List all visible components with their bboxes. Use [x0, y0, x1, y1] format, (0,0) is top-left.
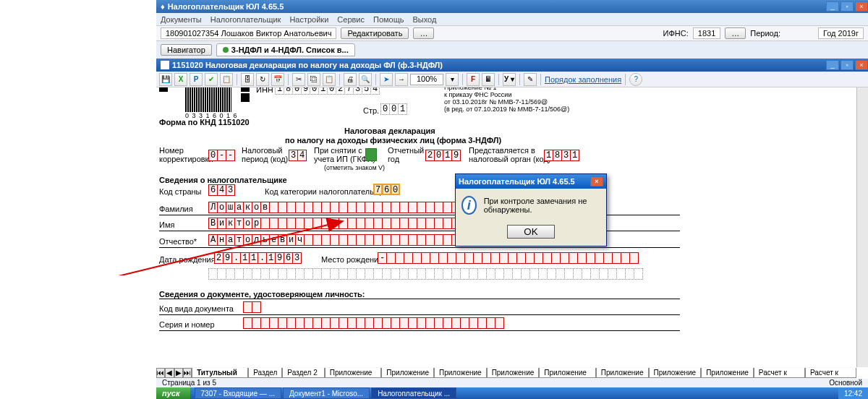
- zoom-dropdown[interactable]: ▾: [446, 73, 459, 86]
- pob-cells[interactable]: -: [378, 252, 638, 264]
- sheet-tab[interactable]: Приложение 5 (1): [539, 368, 596, 378]
- sheet-tab[interactable]: Расчет к прил.5: [805, 368, 856, 378]
- fill-order-link[interactable]: Порядок заполнения: [545, 75, 621, 84]
- tab-nav-next[interactable]: ▶: [174, 368, 183, 378]
- sheet-tab[interactable]: Приложение 6: [596, 368, 649, 378]
- dialog-titlebar[interactable]: Налогоплательщик ЮЛ 4.65.5 ×: [456, 174, 606, 189]
- im-label: Имя: [159, 220, 174, 229]
- doc-titlebar: 1151020 Налоговая декларация по налогу н…: [156, 59, 868, 72]
- tab-nav-prev[interactable]: ◀: [165, 368, 174, 378]
- organ-label: Представляется в налоговый орган (код): [469, 146, 551, 163]
- doc-max-button[interactable]: ▫: [841, 60, 854, 70]
- sheet-tab[interactable]: Раздел 2 (1): [282, 368, 324, 378]
- period-label: Период:: [750, 29, 780, 38]
- cat-cells[interactable]: 760: [373, 184, 399, 195]
- tool-copy-icon[interactable]: ⿻: [307, 73, 320, 86]
- menu-settings[interactable]: Настройки: [289, 15, 328, 24]
- sheet-tab[interactable]: Приложение 3: [434, 368, 487, 378]
- sheet-tab[interactable]: Приложение 7: [649, 368, 702, 378]
- sn-cells[interactable]: [243, 317, 503, 329]
- menu-service[interactable]: Сервис: [337, 15, 365, 24]
- inn-cells[interactable]: 180901027354: [275, 87, 379, 95]
- pob-cells-2[interactable]: [208, 268, 642, 280]
- menu-exit[interactable]: Выход: [413, 15, 437, 24]
- tool-excel-icon[interactable]: X: [174, 73, 187, 86]
- tool-help-icon[interactable]: ?: [629, 73, 642, 86]
- page-cells: 001: [380, 103, 407, 115]
- task-item[interactable]: 7307 - Входящие — ...: [195, 387, 281, 399]
- doc-min-button[interactable]: _: [826, 60, 839, 70]
- otch-name-label: Отчество*: [159, 237, 197, 246]
- dialog-ok-button[interactable]: OK: [507, 225, 554, 239]
- tab-nav-first[interactable]: ⏮: [156, 368, 165, 378]
- page-label: Стр.: [363, 106, 379, 115]
- country-cells[interactable]: 643: [208, 184, 234, 196]
- otchgod-label: Отчетный год: [388, 146, 424, 163]
- menubar: Документы Налогоплательщик Настройки Сер…: [156, 13, 868, 25]
- tool-preview-icon[interactable]: 🔍: [359, 73, 372, 86]
- sheet-tab[interactable]: Приложение 1 (1): [325, 368, 382, 378]
- sheet-tab[interactable]: Раздел 1: [248, 368, 282, 378]
- tool-calc-icon[interactable]: 🖩: [482, 73, 495, 86]
- sheet-tab[interactable]: Приложение 2: [381, 368, 434, 378]
- edit-button[interactable]: Редактировать: [341, 27, 409, 39]
- doc-close-button[interactable]: ×: [855, 60, 868, 70]
- tool-goto-icon[interactable]: →: [395, 73, 408, 86]
- year-value: Год 2019г: [818, 27, 864, 39]
- navigator-button[interactable]: Навигатор: [161, 44, 212, 56]
- pob-label: Место рождения: [321, 255, 383, 264]
- zoom-input[interactable]: 100%: [410, 74, 443, 85]
- document-tab[interactable]: 3-НДФЛ и 4-НДФЛ. Список в...: [216, 43, 355, 56]
- vertical-scrollbar[interactable]: [856, 87, 868, 367]
- sheet-tab[interactable]: Расчет к прил.1: [754, 368, 805, 378]
- dob-cells[interactable]: 29.11.1963: [214, 252, 301, 264]
- otmet-label: (отметить знаком V): [324, 164, 385, 171]
- tool-db-icon[interactable]: 🗄: [241, 73, 254, 86]
- tool-form-icon[interactable]: 📋: [220, 73, 233, 86]
- tool-print-icon[interactable]: 🖨: [344, 73, 357, 86]
- task-item[interactable]: Налогоплательщик ...: [371, 387, 456, 399]
- ifns-ellipsis[interactable]: …: [725, 27, 746, 39]
- sheet-tab[interactable]: Приложение 4: [487, 368, 540, 378]
- organ-cells[interactable]: 1831: [544, 150, 579, 161]
- tool-u-icon[interactable]: У ▾: [503, 73, 516, 86]
- menu-taxpayer[interactable]: Налогоплательщик: [210, 15, 281, 24]
- barcode: [185, 87, 231, 112]
- statusbar: Страница 1 из 5 Основной: [156, 379, 868, 387]
- ellipsis-button[interactable]: …: [413, 27, 434, 39]
- dialog-close-button[interactable]: ×: [590, 176, 603, 186]
- tool-f-icon[interactable]: F: [467, 73, 480, 86]
- tool-p-icon[interactable]: P: [190, 73, 203, 86]
- message-dialog: Налогоплательщик ЮЛ 4.65.5 × i При контр…: [455, 173, 607, 246]
- knd-label: Форма по КНД 1151020: [159, 118, 250, 126]
- close-button[interactable]: ×: [855, 1, 868, 12]
- info-icon: i: [461, 196, 477, 215]
- tool-paste-icon[interactable]: 📋: [323, 73, 336, 86]
- tool-wand-icon[interactable]: ✎: [524, 73, 537, 86]
- snyat-check[interactable]: [365, 148, 376, 161]
- minimize-button[interactable]: _: [826, 1, 839, 12]
- nalperiod-label: Налоговый период (код): [242, 146, 288, 163]
- mode-status: Основной: [829, 379, 862, 387]
- tray[interactable]: 12:42: [838, 387, 868, 399]
- dvid-cells[interactable]: [243, 301, 260, 313]
- menu-documents[interactable]: Документы: [161, 15, 202, 24]
- tab-nav-last[interactable]: ⏭: [183, 368, 192, 378]
- maximize-button[interactable]: ▫: [841, 1, 854, 12]
- korr-cells[interactable]: 0--: [208, 150, 234, 161]
- tool-save-icon[interactable]: 💾: [159, 73, 172, 86]
- otchgod-cells[interactable]: 2019: [425, 150, 460, 161]
- nalperiod-cells[interactable]: 34: [289, 150, 306, 161]
- tool-calendar-icon[interactable]: 📅: [271, 73, 284, 86]
- start-button[interactable]: пуск: [156, 387, 190, 399]
- tool-refresh-icon[interactable]: ↻: [256, 73, 269, 86]
- marker-square: [241, 93, 250, 102]
- sheet-tab[interactable]: Приложение 8: [701, 368, 754, 378]
- sheet-tab[interactable]: Титульный лист: [192, 368, 248, 378]
- country-label: Код страны: [159, 187, 202, 196]
- tool-arrow-icon[interactable]: ➤: [380, 73, 393, 86]
- menu-help[interactable]: Помощь: [373, 15, 404, 24]
- tool-cut-icon[interactable]: ✂: [292, 73, 305, 86]
- tool-check-icon[interactable]: ✔: [205, 73, 218, 86]
- task-item[interactable]: Документ1 - Microso...: [283, 387, 370, 399]
